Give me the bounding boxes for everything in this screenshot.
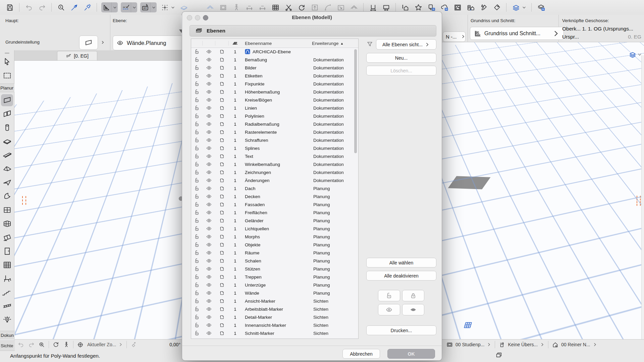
dialog-titlebar[interactable]: Ebenen (Modell) [182,12,442,23]
intersection-number[interactable]: 1 [229,65,241,70]
lock-toggle[interactable] [191,137,203,143]
layer-row[interactable]: 1StützenPlanung [191,265,358,273]
visibility-toggle[interactable] [203,105,215,111]
lock-toggle[interactable] [191,226,203,232]
intersection-number[interactable]: 1 [229,266,241,272]
layer-row[interactable]: 1ObjektePlanung [191,241,358,249]
lock-toggle[interactable] [191,274,203,280]
layer-row[interactable]: 1Arbeitsblatt-MarkerSichten [191,305,358,313]
display-mode-toggle[interactable] [215,218,229,224]
intersection-number[interactable]: 1 [229,114,241,119]
column-tool[interactable] [1,122,13,134]
slab-quick-button[interactable] [179,2,189,12]
visibility-toggle[interactable] [203,322,215,328]
lock-toggle[interactable] [191,322,203,328]
visibility-toggle[interactable] [203,153,215,159]
display-mode-toggle[interactable] [215,193,229,199]
section-marker-right[interactable] [637,196,641,206]
layer-row[interactable]: 1FixpunkteDokumentation [191,80,358,88]
visibility-toggle[interactable] [203,274,215,280]
lock-toggle[interactable] [191,177,203,183]
select-all-button[interactable]: Alle wählen [366,258,436,267]
walk-mode-button[interactable] [231,2,241,12]
lock-toggle[interactable] [191,314,203,320]
display-mode-toggle[interactable] [215,145,229,151]
grundriss-und-schnitt-button[interactable]: Grundriss und Schnitt... [470,27,564,40]
intersection-number[interactable]: 1 [229,49,241,54]
visibility-toggle[interactable] [203,137,215,143]
layer-row[interactable]: 1DachPlanung [191,184,358,192]
layer-row[interactable]: 1PolylinienDokumentation [191,112,358,120]
layer-row[interactable]: 1WinkelbemaßungDokumentation [191,160,358,168]
display-mode-toggle[interactable] [215,266,229,272]
lock-toggle[interactable] [191,290,203,296]
window-stack-icon[interactable] [495,351,502,359]
visibility-toggle[interactable] [203,330,215,336]
coordinate-input-button[interactable] [140,2,150,12]
show-selected-button[interactable] [378,304,400,315]
display-mode-toggle[interactable] [215,73,229,79]
intersection-number[interactable]: 1 [229,242,241,247]
display-mode-toggle[interactable] [215,105,229,111]
door-tool[interactable] [1,108,13,120]
visibility-toggle[interactable] [203,185,215,191]
cancel-button[interactable]: Abbrechen [342,349,380,359]
visibility-toggle[interactable] [203,306,215,312]
layer-row[interactable]: 1DeckenPlanung [191,192,358,200]
wall-tool[interactable] [1,94,13,106]
visibility-toggle[interactable] [203,193,215,199]
intersection-number[interactable]: 1 [229,315,241,320]
select-tool[interactable] [1,56,13,68]
intersection-number[interactable]: 1 [229,226,241,231]
wall-measure-button[interactable] [368,2,378,12]
display-mode-toggle[interactable] [215,153,229,159]
guide-lines-chevron[interactable] [111,2,118,12]
split-button[interactable] [283,2,293,12]
layer-settings-button[interactable] [536,2,546,12]
display-mode-toggle[interactable] [215,298,229,304]
marquee-tool[interactable] [1,70,13,82]
display-mode-toggle[interactable] [215,129,229,135]
visibility-toggle[interactable] [203,298,215,304]
display-mode-toggle[interactable] [215,49,229,55]
new-layer-button[interactable]: Neu... [366,53,436,63]
chevron-right-icon[interactable] [461,34,466,39]
display-mode-toggle[interactable] [215,177,229,183]
display-mode-toggle[interactable] [215,137,229,143]
override-selector[interactable]: Keine Übers... [498,341,545,348]
intersection-number[interactable]: 1 [229,170,241,175]
orientation-icon[interactable] [130,341,137,348]
inject-parameters-button[interactable] [82,2,92,12]
intersection-number[interactable]: 1 [229,234,241,239]
lock-toggle[interactable] [191,73,203,79]
house-pins-button[interactable] [400,2,410,12]
resize-button[interactable] [336,2,346,12]
layer-row[interactable]: 1TreppenPlanung [191,273,358,281]
layer-row[interactable]: 1EtikettenDokumentation [191,72,358,80]
lock-toggle[interactable] [191,169,203,175]
display-mode-toggle[interactable] [215,113,229,119]
save-button[interactable] [5,2,15,12]
lock-toggle[interactable] [191,201,203,207]
lock-toggle[interactable] [191,145,203,151]
lamp-tool[interactable] [1,314,13,326]
display-mode-toggle[interactable] [215,81,229,87]
intersection-number[interactable]: 1 [229,299,241,304]
display-mode-toggle[interactable] [215,201,229,207]
current-zoom-selector[interactable]: Aktueller Zo... [87,342,123,347]
layer-row[interactable]: 1SchalenPlanung [191,257,358,265]
layer-row[interactable]: 1BilderDokumentation [191,64,358,72]
print-button[interactable]: Drucken... [366,325,436,335]
zoom-in-icon[interactable] [38,341,45,348]
zoom-button[interactable] [203,15,208,20]
lock-toggle[interactable] [191,153,203,159]
viewport-scrollbar[interactable] [641,55,644,339]
layer-row[interactable]: 1TextDokumentation [191,152,358,160]
display-mode-toggle[interactable] [215,250,229,256]
visibility-toggle[interactable] [203,89,215,95]
visibility-toggle[interactable] [203,177,215,183]
wall-geometry-button[interactable] [79,36,98,50]
lock-toggle[interactable] [191,121,203,127]
layer-row[interactable]: 1SchraffurenDokumentation [191,136,358,144]
display-mode-toggle[interactable] [215,209,229,216]
